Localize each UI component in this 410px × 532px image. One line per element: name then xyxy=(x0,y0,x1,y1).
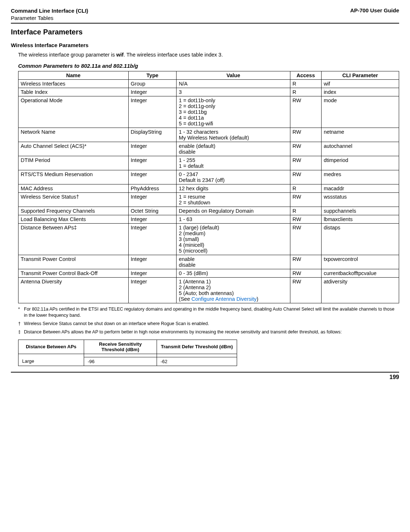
table-row: RTS/CTS Medium ReservationInteger0 - 234… xyxy=(18,170,399,184)
footnote-dagger-mark: † xyxy=(18,321,24,327)
guide-name: AP-700 User Guide xyxy=(350,7,399,21)
header-left: Command Line Interface (CLI) Parameter T… xyxy=(11,7,88,21)
cell-type: Octet String xyxy=(128,207,177,215)
link-configure-antenna-diversity[interactable]: Configure Antenna Diversity xyxy=(191,296,257,302)
col-name: Name xyxy=(18,71,129,80)
cell-name: Wireless Interfaces xyxy=(18,80,129,88)
cell-type: Integer xyxy=(128,193,177,207)
cell-cli: index xyxy=(321,88,399,96)
cell-value: 1 (large) (default)2 (medium)3 (small)4 … xyxy=(177,224,290,255)
table-header-row: Name Type Value Access CLI Parameter xyxy=(18,71,399,80)
cell-access: R xyxy=(290,80,321,88)
table-row: Network NameDisplayString1 - 32 characte… xyxy=(18,128,399,142)
cell-type: PhyAddress xyxy=(128,184,177,193)
table-row: Antenna DiversityInteger1 (Antenna 1)2 (… xyxy=(18,278,399,303)
col-type: Type xyxy=(128,71,177,80)
cell-access: RW xyxy=(290,255,321,269)
table-row: Distance Between APs‡Integer1 (large) (d… xyxy=(18,224,399,255)
page-header: Command Line Interface (CLI) Parameter T… xyxy=(11,7,399,24)
intro-text-c: . The wireless interface uses table inde… xyxy=(124,52,223,58)
cell-cli: wssstatus xyxy=(321,193,399,207)
col-trans: Transmit Defer Threshold (dBm) xyxy=(157,340,237,354)
cell-name: Auto Channel Select (ACS)* xyxy=(18,142,129,156)
cell-recv-blank xyxy=(84,354,157,357)
cell-cli: atdiversity xyxy=(321,278,399,303)
cell-access: RW xyxy=(290,142,321,156)
intro-text-a: The wireless interface group parameter i… xyxy=(18,52,116,58)
cell-type: DisplayString xyxy=(128,128,177,142)
cell-cli: autochannel xyxy=(321,142,399,156)
cell-type: Integer xyxy=(128,224,177,255)
cell-cli: mode xyxy=(321,96,399,128)
cell-value: 0 - 2347Default is 2347 (off) xyxy=(177,170,290,184)
cell-cli: distaps xyxy=(321,224,399,255)
footnote-star-mark: * xyxy=(18,306,24,319)
cell-name: Transmit Power Control xyxy=(18,255,129,269)
table-row: DTIM PeriodInteger1 - 2551 = defaultRWdt… xyxy=(18,156,399,170)
cell-dist-blank xyxy=(18,354,84,357)
cell-access: R xyxy=(290,88,321,96)
col-dist: Distance Between APs xyxy=(18,340,84,354)
doc-title: Command Line Interface (CLI) xyxy=(11,7,88,14)
cell-access: RW xyxy=(290,193,321,207)
cell-cli: netname xyxy=(321,128,399,142)
cell-name: Transmit Power Control Back-Off xyxy=(18,269,129,278)
page-footer: 199 xyxy=(11,372,399,381)
cell-value: 1 - 2551 = default xyxy=(177,156,290,170)
table-row: Wireless InterfacesGroupN/ARwif xyxy=(18,80,399,88)
cell-access: RW xyxy=(290,170,321,184)
cell-value: 1 - 63 xyxy=(177,215,290,224)
col-value: Value xyxy=(177,71,290,80)
cell-value: Depends on Regulatory Domain xyxy=(177,207,290,215)
cell-name: DTIM Period xyxy=(18,156,129,170)
footnote-ddagger-mark: ‡ xyxy=(18,329,24,335)
table-row: Large -96 -62 xyxy=(18,357,237,366)
cell-cli: wif xyxy=(321,80,399,88)
cell-type: Integer xyxy=(128,215,177,224)
cell-name: Operational Mode xyxy=(18,96,129,128)
page-number: 199 xyxy=(389,374,399,380)
table-row: Load Balancing Max ClientsInteger1 - 63R… xyxy=(18,215,399,224)
section-title: Interface Parameters xyxy=(11,28,399,36)
col-recv: Receive Sensitivity Threshold (dBm) xyxy=(84,340,157,354)
cell-name: Wireless Service Status† xyxy=(18,193,129,207)
footnote-star-text: For 802.11a APs certified in the ETSI an… xyxy=(24,306,399,319)
cell-name: Distance Between APs‡ xyxy=(18,224,129,255)
cell-value: N/A xyxy=(177,80,290,88)
table-row: Supported Frequency ChannelsOctet String… xyxy=(18,207,399,215)
footnote-ddagger-text: Distance Between APs allows the AP to pe… xyxy=(24,329,342,335)
cell-value: 1 (Antenna 1)2 (Antenna 2)5 (Auto; both … xyxy=(177,278,290,303)
distance-table: Distance Between APs Receive Sensitivity… xyxy=(18,340,237,366)
doc-subtitle: Parameter Tables xyxy=(11,14,88,22)
cell-type: Integer xyxy=(128,96,177,128)
cell-access: R xyxy=(290,207,321,215)
cell-value: 1 = dot11b-only2 = dot11g-only3 = dot11b… xyxy=(177,96,290,128)
cell-cli: suppchannels xyxy=(321,207,399,215)
cell-access: RW xyxy=(290,215,321,224)
cell-dist: Large xyxy=(18,357,84,366)
col-access: Access xyxy=(290,71,321,80)
footnote-star: * For 802.11a APs certified in the ETSI … xyxy=(18,306,399,319)
cell-access: RW xyxy=(290,96,321,128)
footnote-dagger-text: Wireless Service Status cannot be shut d… xyxy=(24,321,209,327)
cell-access: RW xyxy=(290,269,321,278)
cell-value: enabledisable xyxy=(177,255,290,269)
cell-value: 12 hex digits xyxy=(177,184,290,193)
cell-access: R xyxy=(290,184,321,193)
distance-header-row: Distance Between APs Receive Sensitivity… xyxy=(18,340,237,354)
cell-type: Group xyxy=(128,80,177,88)
intro-text-b: wif xyxy=(116,52,124,58)
cell-trans-blank xyxy=(157,354,237,357)
cell-name: Antenna Diversity xyxy=(18,278,129,303)
cell-value: 1 - 32 charactersMy Wireless Network (de… xyxy=(177,128,290,142)
cell-name: Load Balancing Max Clients xyxy=(18,215,129,224)
cell-value: 3 xyxy=(177,88,290,96)
cell-cli: macaddr xyxy=(321,184,399,193)
table-row: MAC AddressPhyAddress12 hex digitsRmacad… xyxy=(18,184,399,193)
table-row: Auto Channel Select (ACS)*Integerenable … xyxy=(18,142,399,156)
cell-cli: medres xyxy=(321,170,399,184)
cell-trans: -62 xyxy=(157,357,237,366)
cell-cli: lbmaxclients xyxy=(321,215,399,224)
parameters-table: Name Type Value Access CLI Parameter Wir… xyxy=(18,71,399,303)
cell-value: 0 - 35 (dBm) xyxy=(177,269,290,278)
